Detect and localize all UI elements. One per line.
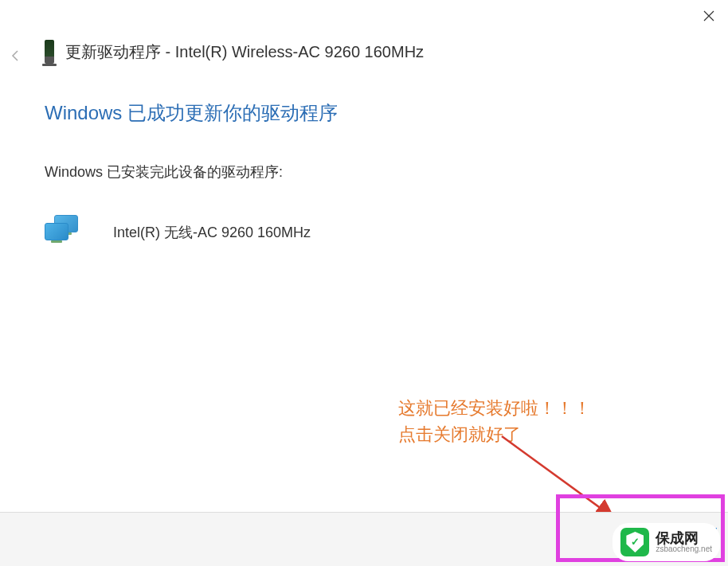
subtext: Windows 已安装完此设备的驱动程序: bbox=[45, 162, 283, 182]
network-adapter-icon bbox=[45, 215, 80, 250]
back-arrow-icon bbox=[6, 46, 25, 65]
watermark: 保成网 zsbaocheng.net bbox=[613, 523, 720, 561]
titlebar bbox=[0, 0, 728, 30]
success-heading: Windows 已成功更新你的驱动程序 bbox=[45, 100, 338, 126]
close-icon[interactable] bbox=[699, 6, 718, 25]
device-name: Intel(R) 无线-AC 9260 160MHz bbox=[113, 223, 311, 242]
watermark-name: 保成网 bbox=[656, 531, 712, 545]
dialog-title: 更新驱动程序 - Intel(R) Wireless-AC 9260 160MH… bbox=[65, 41, 424, 63]
watermark-url: zsbaocheng.net bbox=[656, 545, 712, 553]
dialog-header: 更新驱动程序 - Intel(R) Wireless-AC 9260 160MH… bbox=[45, 40, 424, 64]
svg-line-1 bbox=[502, 436, 613, 517]
device-row: Intel(R) 无线-AC 9260 160MHz bbox=[45, 215, 311, 250]
annotation-line-2: 点击关闭就好了 bbox=[398, 421, 591, 447]
annotation-text: 这就已经安装好啦！！！ 点击关闭就好了 bbox=[398, 395, 591, 447]
annotation-line-1: 这就已经安装好啦！！！ bbox=[398, 395, 591, 421]
computer-tower-icon bbox=[45, 40, 54, 64]
watermark-shield-icon bbox=[620, 528, 649, 556]
